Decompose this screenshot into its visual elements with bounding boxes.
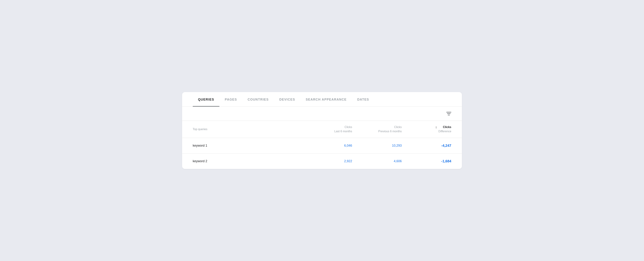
col-header-clicks-recent-line1: Clicks: [344, 126, 352, 128]
col-header-clicks-previous-line2: Previous 6 months: [378, 130, 402, 133]
row-difference: -4,247: [402, 144, 451, 148]
sort-arrow-icon: ↑: [435, 125, 437, 130]
row-keyword-label[interactable]: keyword 1: [193, 144, 306, 148]
filter-line-2: [447, 113, 450, 114]
table-row: keyword 2 2,922 4,606 -1,684: [182, 154, 462, 169]
filter-line-1: [446, 112, 451, 112]
row-clicks-recent: 6,046: [306, 144, 352, 148]
main-card: QUERIES PAGES COUNTRIES DEVICES SEARCH A…: [182, 92, 462, 169]
table-row: keyword 1 6,046 10,293 -4,247: [182, 138, 462, 154]
tab-countries[interactable]: COUNTRIES: [242, 92, 274, 106]
filter-line-3: [448, 115, 450, 115]
row-difference: -1,684: [402, 159, 451, 163]
col-header-difference[interactable]: ↑ Clicks Difference: [402, 125, 451, 134]
col-header-difference-sub: Difference: [438, 129, 451, 134]
tab-devices[interactable]: DEVICES: [274, 92, 300, 106]
filter-row: [182, 106, 462, 121]
row-clicks-previous: 10,293: [352, 144, 402, 148]
row-clicks-recent: 2,922: [306, 159, 352, 163]
row-keyword-label[interactable]: keyword 2: [193, 159, 306, 163]
col-header-label: Top queries: [193, 128, 306, 131]
col-header-clicks-recent[interactable]: Clicks Last 6 months: [306, 125, 352, 134]
col-header-clicks-recent-line2: Last 6 months: [334, 130, 352, 133]
tab-queries[interactable]: QUERIES: [193, 92, 220, 106]
col-header-clicks-previous[interactable]: Clicks Previous 6 months: [352, 125, 402, 134]
tab-pages[interactable]: PAGES: [220, 92, 242, 106]
table-header-row: Top queries Clicks Last 6 months Clicks …: [182, 121, 462, 138]
tab-bar: QUERIES PAGES COUNTRIES DEVICES SEARCH A…: [182, 92, 462, 106]
col-header-clicks-previous-line1: Clicks: [394, 126, 402, 128]
filter-icon[interactable]: [446, 112, 451, 115]
tab-search-appearance[interactable]: SEARCH APPEARANCE: [300, 92, 352, 106]
data-table: Top queries Clicks Last 6 months Clicks …: [182, 121, 462, 169]
col-header-difference-bold: Clicks: [438, 125, 451, 129]
tab-dates[interactable]: DATES: [352, 92, 374, 106]
row-clicks-previous: 4,606: [352, 159, 402, 163]
